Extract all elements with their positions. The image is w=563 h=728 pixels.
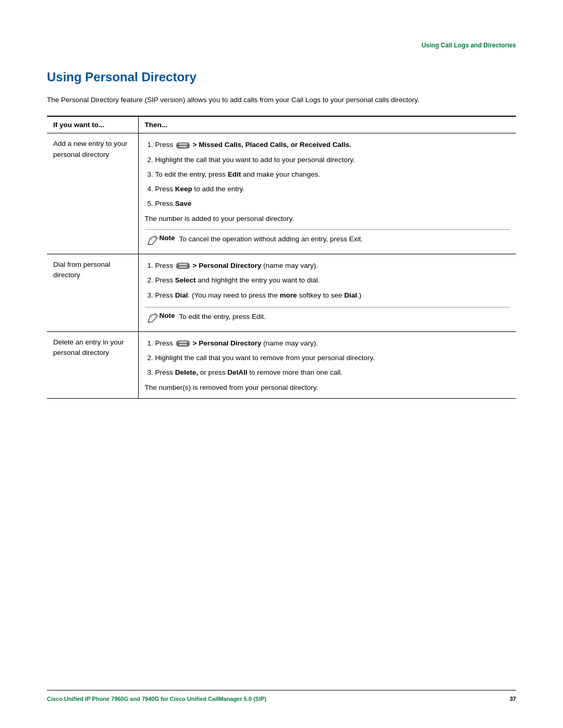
list-item: Press > Missed Calls, Placed Calls, or R… xyxy=(155,139,510,151)
row1-left-text: Add a new entry to your personal directo… xyxy=(53,140,128,158)
row2-left-text: Dial from personal directory xyxy=(53,261,111,279)
row3-extra-text: The number(s) is removed from your perso… xyxy=(145,382,510,393)
table-row: Dial from personal directory Press xyxy=(47,254,516,331)
list-item: Press Keep to add the entry. xyxy=(155,183,510,195)
row3-right: Press > Personal Directory (name may var… xyxy=(138,331,516,398)
list-item: Press Save xyxy=(155,198,510,210)
note-pencil-icon xyxy=(145,312,160,326)
row1-left: Add a new entry to your personal directo… xyxy=(47,133,138,254)
row2-right: Press > Personal Directory (name may var… xyxy=(138,254,516,331)
phone-button-icon xyxy=(176,263,190,269)
row2-left: Dial from personal directory xyxy=(47,254,138,331)
page-header: Using Call Logs and Directories xyxy=(47,42,516,49)
note-label: Note xyxy=(160,234,175,242)
row1-right: Press > Missed Calls, Placed Calls, or R… xyxy=(138,133,516,254)
page-footer: Cisco Unified IP Phone 7960G and 7940G f… xyxy=(47,690,516,702)
note-container: Note To cancel the operation without add… xyxy=(145,229,510,249)
row3-left-text: Delete an entry in your personal directo… xyxy=(53,338,124,356)
footer-page-number: 37 xyxy=(510,696,516,702)
note-pencil-icon xyxy=(145,234,160,249)
section-title: Using Personal Directory xyxy=(47,70,516,84)
col1-header: If you want to... xyxy=(47,116,138,133)
note-label: Note xyxy=(160,312,175,319)
footer-left-text: Cisco Unified IP Phone 7960G and 7940G f… xyxy=(47,696,266,702)
list-item: Press Delete, or press DelAll to remove … xyxy=(155,366,510,379)
page-container: Using Call Logs and Directories Using Pe… xyxy=(0,0,563,728)
list-item: Press > Personal Directory (name may var… xyxy=(155,260,510,272)
phone-button-icon xyxy=(176,142,190,149)
list-item: To edit the entry, press Edit and make y… xyxy=(155,168,510,181)
list-item: Press Dial. (You may need to press the m… xyxy=(155,289,510,302)
table-row: Delete an entry in your personal directo… xyxy=(47,331,516,398)
note-container: Note To edit the entry, press Edit. xyxy=(145,307,510,326)
row1-extra-text: The number is added to your personal dir… xyxy=(145,214,510,224)
list-item: Press > Personal Directory (name may var… xyxy=(155,337,510,350)
table-row: Add a new entry to your personal directo… xyxy=(47,133,516,254)
intro-text: The Personal Directory feature (SIP vers… xyxy=(47,95,516,105)
phone-button-icon xyxy=(176,340,190,347)
row3-left: Delete an entry in your personal directo… xyxy=(47,331,138,398)
col2-header: Then... xyxy=(138,116,516,133)
list-item: Press Select and highlight the entry you… xyxy=(155,274,510,287)
list-item: Highlight the call that you want to remo… xyxy=(155,352,510,364)
list-item: Highlight the call that you want to add … xyxy=(155,154,510,166)
note-text: To edit the entry, press Edit. xyxy=(179,312,266,322)
note-text: To cancel the operation without adding a… xyxy=(179,234,363,244)
main-table: If you want to... Then... Add a new entr… xyxy=(47,116,516,399)
header-title: Using Call Logs and Directories xyxy=(422,42,516,49)
